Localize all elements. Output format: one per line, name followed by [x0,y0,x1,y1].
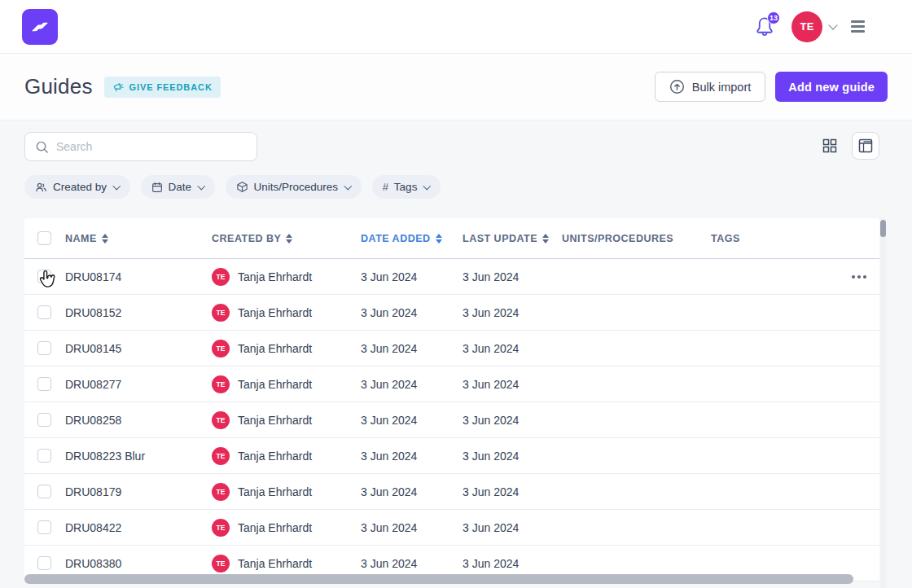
sort-icon[interactable] [102,234,108,244]
creator-avatar: TE [212,268,230,286]
row-checkbox[interactable] [37,556,51,570]
column-header-tags: TAGS [711,233,840,244]
chevron-down-icon [423,182,431,189]
filter-date[interactable]: Date [141,175,215,199]
sort-icon[interactable] [286,234,292,244]
megaphone-icon [112,81,125,93]
table-row[interactable]: DRU08179 TE Tanja Ehrhardt 3 Jun 2024 3 … [24,474,879,510]
row-checkbox[interactable] [37,520,51,534]
guide-name-cell[interactable]: DRU08258 [65,414,212,427]
guide-name-cell[interactable]: DRU08380 [65,557,212,570]
column-header-units-procedures: UNITS/PROCEDURES [562,233,711,244]
creator-name: Tanja Ehrhardt [238,521,312,534]
row-checkbox[interactable] [37,341,51,355]
title-group: Guides GIVE FEEDBACK [24,74,221,99]
table-view-button[interactable] [852,132,879,160]
table-row[interactable]: DRU08223 Blur TE Tanja Ehrhardt 3 Jun 20… [24,438,879,474]
column-header-last-update[interactable]: LAST UPDATE [463,233,562,244]
guide-name-cell[interactable]: DRU08422 [65,521,212,534]
guide-name-cell[interactable]: DRU08277 [65,378,212,391]
search-input[interactable] [56,140,247,153]
table-row[interactable]: DRU08174 TE Tanja Ehrhardt 3 Jun 2024 3 … [24,259,879,295]
filter-bar: Created by Date Units/Procedures # Tags [0,161,912,199]
sort-icon[interactable] [436,234,442,244]
select-all-checkbox[interactable] [37,231,51,245]
table-row[interactable]: DRU08422 TE Tanja Ehrhardt 3 Jun 2024 3 … [24,510,879,546]
row-checkbox[interactable] [37,413,51,427]
user-avatar[interactable]: TE [791,11,822,42]
column-header-name[interactable]: NAME [65,233,212,244]
hash-icon: # [383,181,388,193]
calendar-icon [151,182,163,193]
table-view-icon [858,138,873,153]
last-update-cell: 3 Jun 2024 [463,414,562,427]
created-by-cell: TE Tanja Ehrhardt [212,375,361,393]
chevron-down-icon [828,20,837,29]
table-row[interactable]: DRU08258 TE Tanja Ehrhardt 3 Jun 2024 3 … [24,402,879,438]
guide-name-cell[interactable]: DRU08223 Blur [65,450,212,463]
notification-count-badge: 13 [767,11,780,24]
column-header-date-added[interactable]: DATE ADDED [361,233,463,244]
account-menu[interactable]: TE [791,11,836,42]
filter-date-label: Date [169,181,192,193]
creator-name: Tanja Ehrhardt [238,485,312,498]
table-row[interactable]: DRU08145 TE Tanja Ehrhardt 3 Jun 2024 3 … [24,331,879,366]
filter-tags[interactable]: # Tags [372,175,441,199]
filter-units-procedures[interactable]: Units/Procedures [226,175,362,199]
sort-icon[interactable] [542,234,549,244]
creator-name: Tanja Ehrhardt [238,450,312,463]
column-header-created-by[interactable]: CREATED BY [212,233,361,244]
header-actions: Bulk import Add new guide [655,72,888,102]
table-body: DRU08174 TE Tanja Ehrhardt 3 Jun 2024 3 … [24,259,879,581]
bulk-import-button[interactable]: Bulk import [655,72,766,102]
created-by-cell: TE Tanja Ehrhardt [212,304,361,322]
page-header: Guides GIVE FEEDBACK Bulk import Add new… [0,54,912,121]
filter-created-by[interactable]: Created by [24,175,130,199]
creator-avatar: TE [212,304,230,322]
search-box [24,132,257,161]
created-by-cell: TE Tanja Ehrhardt [212,411,361,429]
table-header-row: NAME CREATED BY DATE ADDED LAST UPDATE U… [24,218,879,259]
last-update-cell: 3 Jun 2024 [463,306,562,319]
created-by-cell: TE Tanja Ehrhardt [212,268,361,286]
creator-name: Tanja Ehrhardt [238,414,312,427]
created-by-cell: TE Tanja Ehrhardt [212,447,361,465]
row-checkbox[interactable] [37,305,51,319]
last-update-cell: 3 Jun 2024 [463,378,562,391]
creator-avatar: TE [212,555,230,573]
guide-name-cell[interactable]: DRU08145 [65,342,212,355]
guide-name-cell[interactable]: DRU08174 [65,270,212,283]
last-update-cell: 3 Jun 2024 [463,270,562,283]
guides-page: { "topbar": { "notification_count": "13"… [0,0,912,588]
created-by-cell: TE Tanja Ehrhardt [212,483,361,501]
hamburger-menu-button[interactable] [851,20,865,32]
bulk-import-label: Bulk import [692,81,752,94]
row-actions-menu[interactable] [840,275,879,279]
row-checkbox[interactable] [37,485,51,498]
notifications-button[interactable]: 13 [754,15,777,38]
date-added-cell: 3 Jun 2024 [361,414,463,427]
give-feedback-label: GIVE FEEDBACK [129,82,213,92]
creator-avatar: TE [212,483,230,501]
date-added-cell: 3 Jun 2024 [361,342,463,355]
table-row[interactable]: DRU08152 TE Tanja Ehrhardt 3 Jun 2024 3 … [24,295,879,331]
view-toggles [816,132,879,160]
grid-view-button[interactable] [816,132,844,160]
page-title: Guides [24,74,93,99]
table-row[interactable]: DRU08277 TE Tanja Ehrhardt 3 Jun 2024 3 … [24,366,879,402]
add-new-guide-button[interactable]: Add new guide [775,72,888,102]
created-by-cell: TE Tanja Ehrhardt [212,555,361,573]
app-logo[interactable] [22,9,58,45]
row-checkbox[interactable] [37,270,51,283]
guide-name-cell[interactable]: DRU08152 [65,306,212,319]
search-icon [35,140,49,154]
guide-name-cell[interactable]: DRU08179 [65,485,212,498]
row-checkbox[interactable] [37,377,51,391]
vertical-scrollbar-thumb[interactable] [880,220,886,237]
vertical-scrollbar[interactable] [880,218,886,588]
creator-name: Tanja Ehrhardt [238,306,312,319]
horizontal-scrollbar-thumb[interactable] [24,574,853,584]
give-feedback-badge[interactable]: GIVE FEEDBACK [104,77,221,98]
topbar: 13 TE [0,0,912,54]
row-checkbox[interactable] [37,449,51,463]
